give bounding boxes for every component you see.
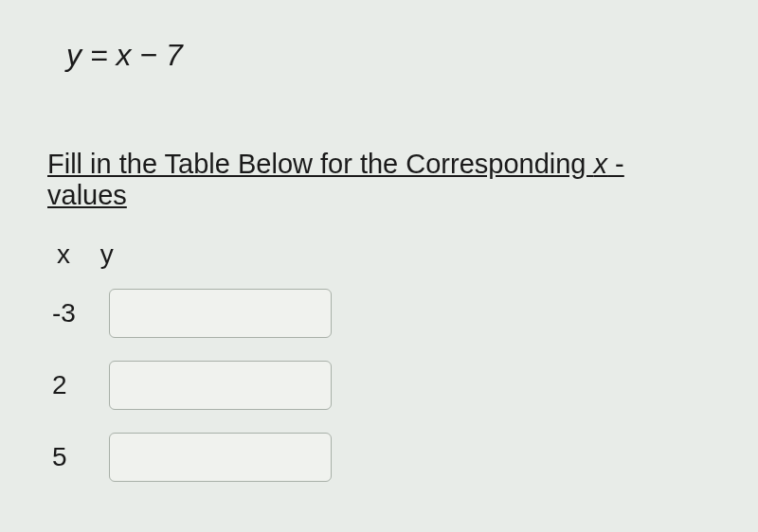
table-header: x y xyxy=(57,239,711,270)
x-value-cell: 2 xyxy=(52,370,109,400)
instruction-variable: x xyxy=(594,149,608,179)
instruction-heading: Fill in the Table Below for the Correspo… xyxy=(47,149,711,211)
x-value-cell: 5 xyxy=(52,442,109,472)
table-row: 5 xyxy=(47,433,711,482)
column-x-label: x xyxy=(57,239,70,269)
instruction-prefix: Fill in the Table Below for the Correspo… xyxy=(47,149,594,179)
table-row: 2 xyxy=(47,361,711,410)
table-body: -3 2 5 xyxy=(47,289,711,482)
x-value-cell: -3 xyxy=(52,298,109,328)
y-input-field[interactable] xyxy=(109,289,332,338)
column-y-label: y xyxy=(100,239,114,269)
y-input-field[interactable] xyxy=(109,433,332,482)
equation-text: y = x − 7 xyxy=(66,38,711,73)
table-row: -3 xyxy=(47,289,711,338)
y-input-field[interactable] xyxy=(109,361,332,410)
